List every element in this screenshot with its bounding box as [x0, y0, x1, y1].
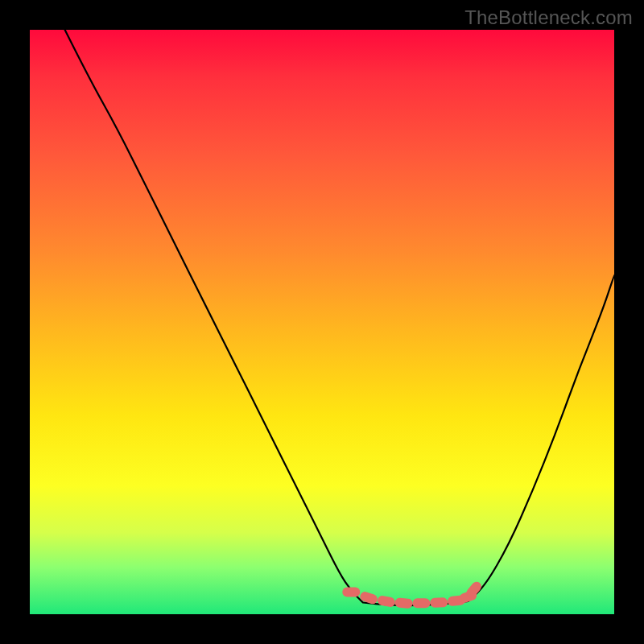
floor-markers [342, 580, 483, 609]
chart-svg [30, 30, 614, 614]
floor-marker [412, 598, 430, 608]
bottleneck-curve [65, 30, 614, 605]
chart-frame: TheBottleneck.com [0, 0, 644, 644]
floor-marker [342, 587, 360, 597]
watermark-text: TheBottleneck.com [464, 6, 633, 29]
floor-marker [377, 595, 396, 608]
floor-marker [394, 597, 413, 609]
floor-marker [430, 597, 448, 608]
plot-area [30, 30, 614, 614]
